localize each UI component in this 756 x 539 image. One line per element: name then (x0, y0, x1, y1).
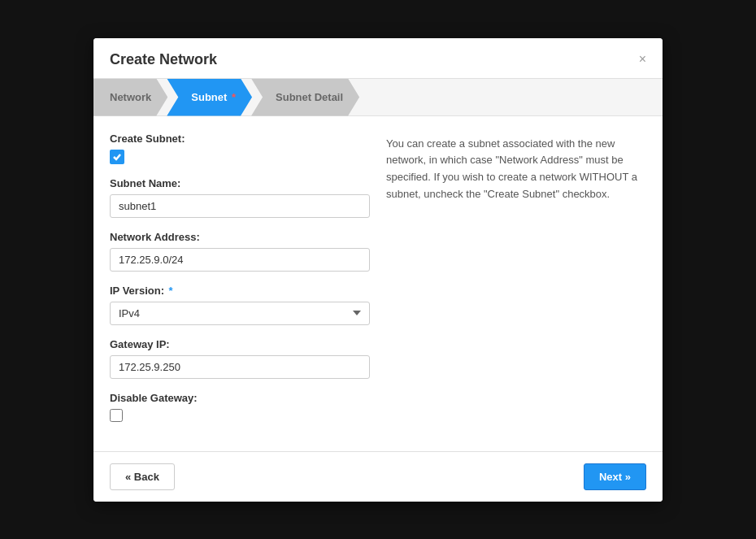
modal-footer: « Back Next » (93, 451, 663, 502)
disable-gateway-group: Disable Gateway: (110, 392, 370, 422)
create-subnet-checkbox[interactable] (110, 150, 124, 164)
checkmark-icon (112, 152, 122, 162)
step-subnet-detail-label: Subnet Detail (276, 91, 343, 103)
modal-overlay: Create Network × Network Subnet * Subnet… (0, 0, 756, 539)
disable-gateway-checkbox-row (110, 409, 370, 422)
info-text: You can create a subnet associated with … (386, 136, 646, 203)
step-subnet-detail[interactable]: Subnet Detail (251, 79, 359, 116)
ip-version-select[interactable]: IPv4 IPv6 (110, 302, 370, 325)
ip-version-label: IP Version: * (110, 285, 370, 297)
steps-bar: Network Subnet * Subnet Detail (93, 79, 663, 116)
modal-header: Create Network × (93, 38, 663, 79)
network-address-input[interactable] (110, 248, 370, 272)
gateway-ip-label: Gateway IP: (110, 338, 370, 350)
network-address-label: Network Address: (110, 231, 370, 243)
step-network-label: Network (110, 91, 151, 103)
ip-version-required: * (169, 285, 173, 297)
next-button[interactable]: Next » (584, 463, 646, 490)
subnet-name-group: Subnet Name: (110, 177, 370, 218)
network-address-group: Network Address: (110, 231, 370, 272)
ip-version-group: IP Version: * IPv4 IPv6 (110, 285, 370, 325)
step-subnet-label: Subnet * (191, 91, 236, 103)
disable-gateway-checkbox[interactable] (110, 409, 123, 422)
gateway-ip-group: Gateway IP: (110, 338, 370, 379)
disable-gateway-label: Disable Gateway: (110, 392, 370, 404)
back-button[interactable]: « Back (110, 463, 175, 490)
subnet-name-label: Subnet Name: (110, 177, 370, 189)
create-subnet-checkbox-row (110, 150, 370, 164)
create-subnet-group: Create Subnet: (110, 133, 370, 164)
modal-body: Create Subnet: Subnet Name: (93, 116, 663, 451)
step-subnet[interactable]: Subnet * (167, 79, 252, 116)
create-network-modal: Create Network × Network Subnet * Subnet… (93, 38, 663, 502)
step-subnet-asterisk: * (232, 91, 236, 103)
step-network[interactable]: Network (93, 79, 167, 116)
form-panel: Create Subnet: Subnet Name: (110, 133, 370, 435)
gateway-ip-input[interactable] (110, 355, 370, 379)
modal-close-button[interactable]: × (639, 53, 646, 66)
modal-title: Create Network (110, 51, 217, 68)
create-subnet-label: Create Subnet: (110, 133, 370, 145)
subnet-name-input[interactable] (110, 194, 370, 218)
info-panel: You can create a subnet associated with … (386, 133, 646, 435)
